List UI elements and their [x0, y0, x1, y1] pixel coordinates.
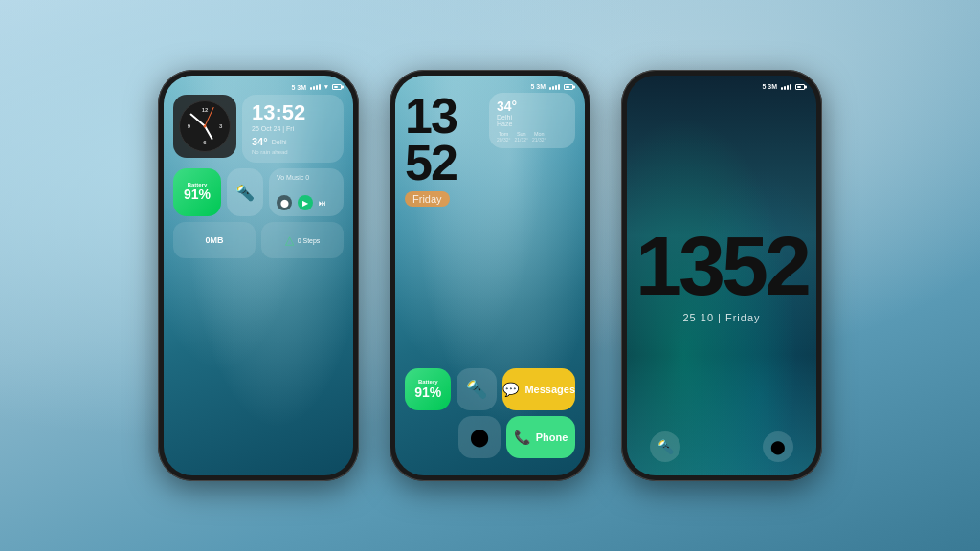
battery-value-1: 91%: [184, 187, 211, 202]
p2-flashlight-widget[interactable]: 🔦: [457, 368, 497, 410]
steps-widget: △ 0 Steps: [261, 222, 344, 258]
hour-hand: [204, 126, 213, 141]
signal-icon-2: [549, 84, 560, 90]
p2-messages-label: Messages: [524, 384, 575, 395]
p2-battery-widget: Battery 91%: [405, 368, 451, 410]
widget-row-1: 12 3 6 9 13:52 25 Oct 24 | F: [173, 95, 344, 163]
p2-row-2: ⬤ 📞 Phone: [405, 416, 575, 458]
p2-camera-widget[interactable]: ⬤: [458, 416, 501, 458]
widgets-area-1: 12 3 6 9 13:52 25 Oct 24 | F: [173, 95, 344, 466]
battery-status-icon-3: [795, 84, 805, 90]
p2-messages-icon: 💬: [502, 382, 519, 397]
p2-forecast: Tom 20/32° Sun 21/32° Mon 21/32°: [497, 131, 568, 143]
digital-time-display: 13:52: [252, 102, 334, 123]
widget-row-3: 0MB △ 0 Steps: [173, 222, 344, 258]
music-controls: ⬤ ▶ ⏭: [277, 195, 336, 210]
phone-3: 5 3M 1352 25 10 | Friday 🔦 ⬤: [621, 70, 822, 481]
p2-phone-icon: 📞: [514, 430, 530, 445]
p2-camera-icon: ⬤: [470, 427, 489, 448]
wifi-icon: ▾: [324, 83, 328, 91]
forecast-temp-2: 21/32°: [532, 137, 546, 143]
p2-phone-label: Phone: [536, 431, 568, 443]
battery-status-icon: [332, 84, 342, 90]
p2-temperature: 34°: [497, 99, 568, 114]
widget-row-2: Battery 91% 🔦 Vo Music 0 ⬤ ▶ ⏭: [173, 168, 344, 216]
phone-1: 5 3M ▾ 12 3 6: [158, 70, 359, 481]
flashlight-icon: 🔦: [235, 184, 255, 202]
battery-status-icon-2: [564, 84, 573, 90]
p2-day-display: Friday: [405, 191, 450, 207]
p3-content: 1352 25 10 | Friday: [627, 76, 816, 475]
p3-date-display: 25 10 | Friday: [682, 312, 760, 323]
p2-city: Delhi: [497, 114, 568, 121]
battery-widget-1: Battery 91%: [173, 168, 221, 216]
digital-time-widget: 13:52 25 Oct 24 | Fri 34° Delhi No rain …: [242, 95, 344, 163]
flashlight-widget-1[interactable]: 🔦: [227, 168, 263, 216]
p2-phone-widget[interactable]: 📞 Phone: [506, 416, 575, 458]
clock-center-dot: [204, 125, 207, 128]
status-bar-1: 5 3M ▾: [175, 83, 342, 91]
status-bar-2: 5 3M: [407, 83, 573, 90]
p2-battery-value: 91%: [414, 385, 441, 400]
p2-messages-widget[interactable]: 💬 Messages: [502, 368, 575, 410]
p2-widgets: Battery 91% 🔦 💬 Messages ⬤: [405, 368, 575, 464]
status-bar-3: 5 3M: [638, 83, 805, 90]
digital-date-display: 25 Oct 24 | Fri: [252, 125, 334, 132]
signal-icon-3: [781, 84, 791, 90]
next-button[interactable]: ⏭: [319, 199, 326, 208]
steps-icon: △: [285, 233, 294, 247]
signal-text-3: 5 3M: [762, 83, 777, 90]
camera-button[interactable]: ⬤: [277, 195, 292, 210]
forecast-item-0: Tom 20/32°: [497, 131, 511, 143]
p2-row-1: Battery 91% 🔦 💬 Messages: [405, 368, 575, 410]
city-display: Delhi: [272, 139, 287, 145]
signal-text-2: 5 3M: [530, 83, 546, 90]
p2-spacer-1: [405, 416, 453, 458]
network-value: 0MB: [205, 235, 223, 245]
forecast-item-2: Mon 21/32°: [532, 131, 546, 143]
phone-2: 5 3M 13 52 Friday 34° Delhi: [390, 70, 590, 481]
cn-9: 9: [188, 123, 190, 129]
steps-value: 0 Steps: [298, 237, 321, 244]
music-title: Vo Music 0: [277, 174, 336, 181]
p2-flashlight-icon: 🔦: [466, 379, 487, 400]
network-widget: 0MB: [173, 222, 256, 258]
forecast-item-1: Sun 21/32°: [515, 131, 529, 143]
p2-haze: Haze: [497, 121, 568, 127]
music-widget: Vo Music 0 ⬤ ▶ ⏭: [269, 168, 344, 216]
play-button[interactable]: ▶: [298, 195, 313, 210]
p2-min: 52: [405, 135, 457, 190]
weather-row: 34° Delhi: [252, 136, 334, 147]
signal-text: 5 3M: [291, 84, 306, 91]
cn-6: 6: [203, 140, 206, 145]
weather-desc: No rain ahead: [252, 149, 334, 155]
p3-time-display: 1352: [635, 228, 808, 303]
analog-clock-widget: 12 3 6 9: [173, 95, 236, 158]
clock-face: 12 3 6 9: [179, 100, 231, 152]
forecast-temp-1: 21/32°: [515, 137, 529, 143]
cn-3: 3: [219, 123, 222, 129]
forecast-temp-0: 20/32°: [497, 137, 511, 143]
cn-12: 12: [202, 107, 209, 113]
p2-weather-widget: 34° Delhi Haze Tom 20/32° Sun 21/32° Mon…: [489, 93, 575, 148]
temperature-display: 34°: [252, 136, 268, 147]
signal-icon: [310, 84, 321, 90]
